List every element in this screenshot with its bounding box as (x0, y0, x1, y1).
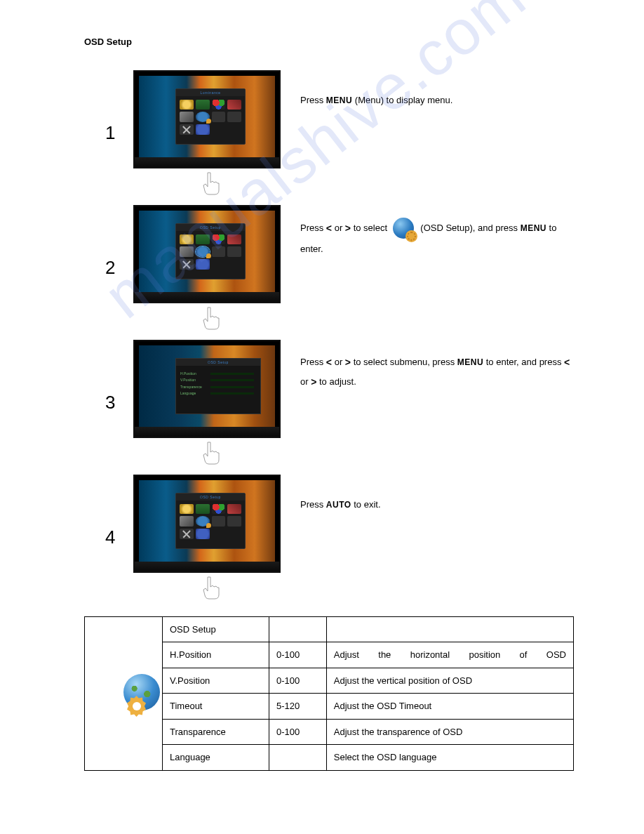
setting-range: 5-120 (269, 694, 326, 720)
info-icon (196, 124, 210, 135)
submenu-label: H.Position (180, 371, 208, 377)
osd-header: Luminance (176, 89, 245, 96)
blank-icon (227, 516, 241, 527)
text: to select submenu, press (354, 357, 457, 367)
step-row: 2 OSD Setup (84, 205, 574, 333)
luminance-icon (180, 234, 194, 245)
color-icon (212, 100, 226, 110)
menu-button-label: MENU (326, 95, 352, 105)
pointing-hand-icon (196, 439, 224, 468)
text: or (335, 223, 345, 233)
step-number: 3 (84, 389, 133, 416)
monitor-illustration: OSD Setup H.Position V.Position Transpar… (133, 340, 288, 468)
text: to adjust. (319, 376, 356, 387)
text: Press (300, 499, 326, 510)
image-setup-icon (196, 100, 210, 110)
text: to select (354, 223, 390, 233)
menu-button-label: MENU (457, 357, 483, 367)
step-description: Press MENU (Menu) to display menu. (288, 70, 574, 110)
step-row: 1 Luminance (84, 70, 574, 198)
text: (OSD Setup), and press (420, 223, 520, 233)
table-row: OSD Setup (85, 616, 574, 642)
table-cell (326, 616, 573, 642)
right-arrow-icon: > (345, 352, 351, 372)
osd-header: OSD Setup (176, 359, 260, 366)
setting-desc: Adjust the vertical position of OSD (326, 668, 573, 694)
settings-table: OSD Setup H.Position 0-100 Adjust the ho… (84, 616, 574, 771)
info-icon (196, 259, 210, 270)
luminance-icon (180, 504, 194, 515)
osd-header: OSD Setup (176, 494, 245, 501)
info-icon (196, 529, 210, 539)
setting-desc: Select the OSD language (326, 745, 573, 771)
text: Press (300, 95, 326, 105)
text: Press (300, 223, 326, 233)
setting-range: 0-100 (269, 642, 326, 668)
color-icon (212, 504, 226, 515)
osd-setup-globe-icon (105, 674, 143, 713)
monitor-illustration: OSD Setup (133, 475, 288, 602)
setting-name: Transparence (163, 719, 269, 745)
step-number: 1 (84, 119, 133, 147)
exit-icon (180, 529, 194, 539)
extra-icon (180, 246, 194, 257)
left-arrow-icon: < (564, 352, 570, 372)
osd-setup-icon (196, 246, 210, 257)
pointing-hand-icon (196, 574, 224, 602)
right-arrow-icon: > (345, 218, 351, 238)
step-description: Press AUTO to exit. (288, 475, 574, 514)
right-arrow-icon: > (311, 372, 316, 392)
text: Press (300, 357, 326, 367)
menu-button-label: MENU (521, 223, 546, 233)
blank-icon (212, 516, 226, 527)
table-cell (269, 616, 326, 642)
boost-icon (227, 234, 241, 245)
setting-range (269, 745, 326, 771)
step-row: 4 OSD Setup (84, 475, 574, 602)
step-row: 3 OSD Setup H.Position V.Position Transp… (84, 340, 574, 468)
osd-setup-icon (196, 516, 210, 527)
blank-icon (212, 112, 226, 122)
setting-name: H.Position (163, 642, 269, 668)
setting-desc: Adjust the transparence of OSD (326, 719, 573, 745)
text: or (300, 376, 311, 387)
setting-desc: Adjust the OSD Timeout (326, 694, 573, 720)
setting-name: Timeout (163, 694, 269, 720)
exit-icon (180, 259, 194, 270)
boost-icon (227, 100, 241, 110)
monitor-illustration: OSD Setup (133, 205, 288, 333)
setting-name: Language (163, 745, 269, 771)
setting-range: 0-100 (269, 668, 326, 694)
blank-icon (212, 246, 226, 257)
exit-icon (180, 124, 194, 135)
extra-icon (180, 516, 194, 527)
setting-desc: Adjust the horizontal position of OSD (326, 642, 573, 668)
table-icon-cell (85, 616, 163, 770)
page-title: OSD Setup (84, 35, 574, 49)
color-icon (212, 234, 226, 245)
osd-setup-globe-icon (393, 218, 415, 240)
setting-name: V.Position (163, 668, 269, 694)
step-number: 4 (84, 524, 133, 551)
text: (Menu) to display menu. (355, 95, 452, 105)
table-header-cell: OSD Setup (163, 616, 269, 642)
osd-header: OSD Setup (176, 224, 245, 231)
left-arrow-icon: < (326, 218, 332, 238)
pointing-hand-icon (196, 305, 224, 333)
text: to exit. (354, 499, 380, 510)
setting-range: 0-100 (269, 719, 326, 745)
step-description: Press < or > to select (OSD Setup), and … (288, 205, 574, 258)
pointing-hand-icon (196, 170, 224, 198)
blank-icon (227, 246, 241, 257)
submenu-label: Language (180, 391, 208, 397)
submenu-label: Transparence (180, 385, 208, 390)
image-setup-icon (196, 504, 210, 515)
osd-setup-icon (196, 112, 210, 122)
submenu-label: V.Position (180, 378, 208, 383)
luminance-icon (180, 100, 194, 110)
step-description: Press < or > to select submenu, press ME… (288, 340, 574, 392)
boost-icon (227, 504, 241, 515)
text: to enter, and press (486, 357, 564, 367)
monitor-illustration: Luminance (133, 70, 288, 198)
text: or (335, 357, 345, 367)
